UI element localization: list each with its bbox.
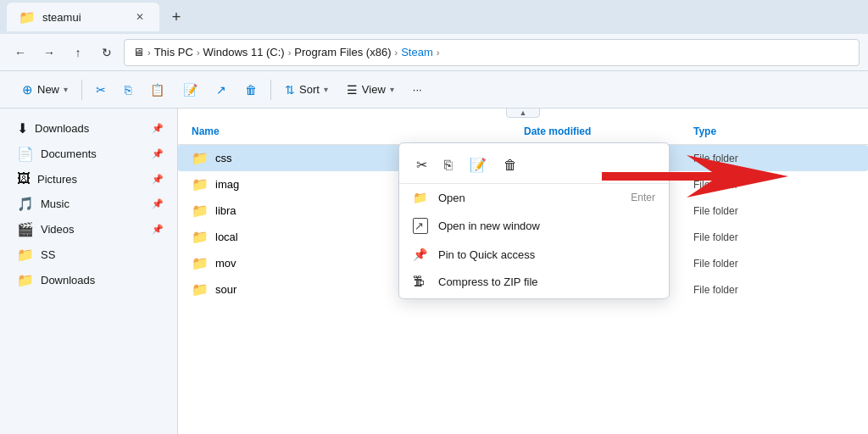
ctx-copy-icon[interactable]: ⎘ [441, 154, 456, 176]
toolbar-divider-2 [270, 80, 271, 100]
breadcrumb-pc[interactable]: 🖥 [133, 46, 144, 58]
filename-imag: imag [215, 178, 239, 191]
sidebar: ⬇ Downloads 📌 📄 Documents 📌 🖼 Pictures 📌… [0, 108, 178, 434]
new-icon: ⊕ [22, 82, 33, 97]
downloads2-icon: 📁 [17, 272, 34, 288]
filename-libra: libra [215, 204, 236, 217]
folder-icon-css: 📁 [192, 150, 209, 166]
file-list: ▲ Name Date modified Type 📁 css 2023 18:… [178, 108, 868, 434]
sidebar-item-ss[interactable]: 📁 SS [3, 242, 174, 267]
new-button[interactable]: ⊕ New ▾ [14, 76, 76, 103]
sidebar-label-ss: SS [41, 248, 55, 261]
active-tab[interactable]: 📁 steamui ✕ [7, 3, 159, 31]
copy-icon: ⎘ [125, 83, 131, 97]
sidebar-item-music[interactable]: 🎵 Music 📌 [3, 192, 174, 216]
breadcrumb-windows[interactable]: Windows 11 (C:) [203, 46, 285, 58]
breadcrumb-steam[interactable]: Steam [401, 46, 433, 58]
ctx-delete-icon[interactable]: 🗑 [500, 154, 520, 176]
tab-close-button[interactable]: ✕ [132, 9, 147, 25]
new-chevron-icon: ▾ [64, 85, 68, 94]
folder-icon-local: 📁 [192, 229, 209, 245]
context-toolbar: ✂ ⎘ 📝 🗑 [399, 147, 669, 184]
open-window-icon: ↗ [413, 218, 428, 234]
new-label: New [37, 83, 59, 96]
context-menu: ✂ ⎘ 📝 🗑 📁 Open Enter ↗ Open in new windo… [398, 142, 670, 299]
more-icon: ··· [413, 83, 422, 96]
up-button[interactable]: ↑ [66, 41, 90, 64]
pin-icon-pictures: 📌 [152, 174, 164, 185]
ctx-rename-icon[interactable]: 📝 [466, 153, 490, 176]
filename-mov: mov [215, 257, 236, 270]
sidebar-label-music: Music [41, 198, 70, 210]
view-button[interactable]: ☰ View ▾ [338, 76, 403, 103]
cut-button[interactable]: ✂ [87, 76, 114, 103]
rename-button[interactable]: 📝 [175, 76, 206, 103]
new-tab-button[interactable]: + [163, 3, 190, 31]
cut-icon: ✂ [96, 83, 106, 97]
filename-css: css [215, 152, 232, 164]
refresh-button[interactable]: ↻ [95, 41, 119, 64]
ss-icon: 📁 [17, 247, 34, 263]
breadcrumb[interactable]: 🖥 › This PC › Windows 11 (C:) › Program … [124, 39, 860, 66]
pin-icon-downloads: 📌 [152, 123, 164, 134]
breadcrumb-this-pc[interactable]: This PC [154, 46, 193, 58]
ctx-cut-icon[interactable]: ✂ [413, 153, 431, 176]
open-icon: 📁 [413, 191, 428, 204]
cell-type-css: File folder [687, 150, 814, 167]
share-icon: ↗ [216, 83, 226, 97]
delete-icon: 🗑 [245, 83, 257, 97]
sidebar-label-downloads2: Downloads [41, 274, 95, 287]
view-icon: ☰ [347, 83, 358, 97]
forward-button[interactable]: → [37, 41, 61, 64]
context-item-pin[interactable]: 📌 Pin to Quick access [399, 241, 669, 268]
copy-button[interactable]: ⎘ [116, 76, 140, 103]
delete-button[interactable]: 🗑 [236, 76, 265, 103]
folder-icon-mov: 📁 [192, 255, 209, 271]
sidebar-item-videos[interactable]: 🎬 Videos 📌 [3, 217, 174, 242]
downloads-icon: ⬇ [17, 120, 28, 136]
toolbar-divider-1 [81, 80, 82, 100]
title-bar: 📁 steamui ✕ + [0, 0, 868, 34]
sidebar-label-videos: Videos [41, 223, 75, 236]
col-date-header[interactable]: Date modified [517, 122, 687, 141]
sidebar-item-documents[interactable]: 📄 Documents 📌 [3, 142, 174, 166]
rename-icon: 📝 [183, 83, 198, 97]
videos-icon: 🎬 [17, 221, 34, 237]
sidebar-label-downloads: Downloads [35, 122, 89, 135]
pin-icon-videos: 📌 [152, 224, 164, 235]
breadcrumb-program-files[interactable]: Program Files (x86) [294, 46, 391, 58]
context-item-open[interactable]: 📁 Open Enter [399, 184, 669, 211]
sort-button[interactable]: ⇅ Sort ▾ [276, 76, 337, 103]
col-type-header[interactable]: Type [687, 122, 814, 141]
col-name-header[interactable]: Name [178, 122, 517, 141]
folder-icon-imag: 📁 [192, 176, 209, 192]
main-area: ⬇ Downloads 📌 📄 Documents 📌 🖼 Pictures 📌… [0, 108, 868, 434]
collapse-button[interactable]: ▲ [506, 108, 540, 118]
sidebar-item-downloads2[interactable]: 📁 Downloads [3, 268, 174, 292]
sidebar-item-downloads[interactable]: ⬇ Downloads 📌 [3, 116, 174, 141]
cell-type-libra: File folder [687, 203, 814, 220]
pin-icon-documents: 📌 [152, 148, 164, 159]
sidebar-item-pictures[interactable]: 🖼 Pictures 📌 [3, 167, 174, 191]
cell-type-imag: File folder [687, 176, 814, 193]
pin-quick-icon: 📌 [413, 248, 428, 261]
context-item-compress[interactable]: 🗜 Compress to ZIP file [399, 268, 669, 295]
back-button[interactable]: ← [8, 41, 32, 64]
sort-label: Sort [299, 83, 320, 96]
paste-button[interactable]: 📋 [142, 76, 173, 103]
folder-icon-libra: 📁 [192, 203, 209, 219]
context-open-window-label: Open in new window [438, 220, 540, 232]
more-button[interactable]: ··· [404, 76, 431, 103]
cell-type-mov: File folder [687, 255, 814, 272]
compress-icon: 🗜 [413, 275, 428, 288]
file-list-header: Name Date modified Type [178, 119, 868, 145]
share-button[interactable]: ↗ [208, 76, 235, 103]
toolbar: ⊕ New ▾ ✂ ⎘ 📋 📝 ↗ 🗑 ⇅ Sort ▾ ☰ View ▾ ··… [0, 71, 868, 108]
sidebar-label-pictures: Pictures [37, 173, 77, 186]
address-bar: ← → ↑ ↻ 🖥 › This PC › Windows 11 (C:) › … [0, 34, 868, 71]
context-item-open-window[interactable]: ↗ Open in new window [399, 211, 669, 241]
sort-chevron-icon: ▾ [324, 85, 328, 94]
paste-icon: 📋 [150, 83, 164, 97]
sort-icon: ⇅ [285, 83, 295, 97]
music-icon: 🎵 [17, 196, 34, 212]
